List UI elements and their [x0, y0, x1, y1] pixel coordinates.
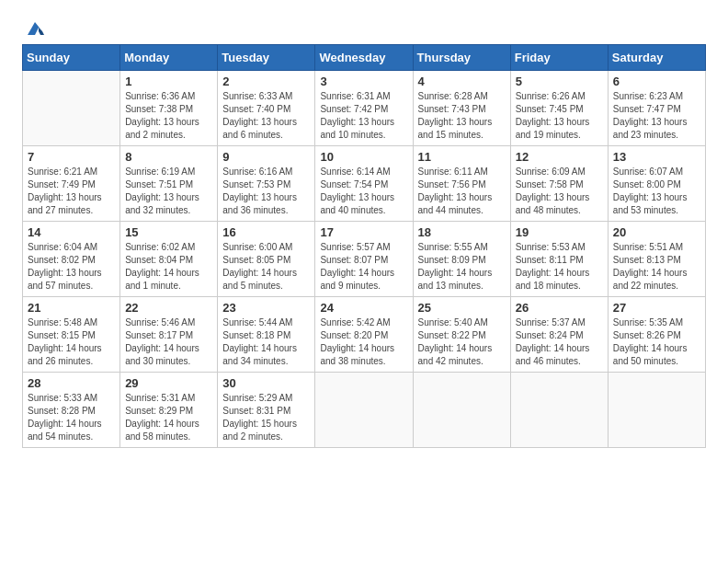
day-info: Sunrise: 6:36 AM Sunset: 7:38 PM Dayligh… [125, 90, 212, 142]
day-info: Sunrise: 6:33 AM Sunset: 7:40 PM Dayligh… [222, 90, 310, 142]
day-info: Sunrise: 5:40 AM Sunset: 8:22 PM Dayligh… [418, 316, 506, 368]
column-header-friday: Friday [510, 45, 608, 71]
day-info: Sunrise: 5:37 AM Sunset: 8:24 PM Dayligh… [516, 316, 603, 368]
calendar-cell: 14Sunrise: 6:04 AM Sunset: 8:02 PM Dayli… [23, 222, 120, 297]
calendar-week-1: 1Sunrise: 6:36 AM Sunset: 7:38 PM Daylig… [23, 71, 706, 146]
day-number: 29 [125, 376, 212, 390]
logo [22, 18, 46, 37]
day-info: Sunrise: 6:11 AM Sunset: 7:56 PM Dayligh… [418, 166, 506, 217]
day-info: Sunrise: 5:29 AM Sunset: 8:31 PM Dayligh… [222, 392, 310, 443]
calendar-header-row: SundayMondayTuesdayWednesdayThursdayFrid… [23, 45, 706, 71]
calendar-cell: 11Sunrise: 6:11 AM Sunset: 7:56 PM Dayli… [413, 146, 510, 222]
column-header-saturday: Saturday [608, 45, 705, 71]
day-number: 11 [418, 150, 506, 164]
day-info: Sunrise: 6:04 AM Sunset: 8:02 PM Dayligh… [28, 241, 115, 293]
calendar-cell: 29Sunrise: 5:31 AM Sunset: 8:29 PM Dayli… [120, 373, 218, 448]
calendar-cell: 9Sunrise: 6:16 AM Sunset: 7:53 PM Daylig… [218, 146, 315, 222]
calendar-cell: 1Sunrise: 6:36 AM Sunset: 7:38 PM Daylig… [120, 71, 218, 146]
day-number: 25 [418, 301, 506, 315]
day-number: 23 [222, 301, 310, 315]
calendar-cell: 6Sunrise: 6:23 AM Sunset: 7:47 PM Daylig… [608, 71, 705, 146]
calendar-cell [315, 373, 413, 448]
page-header [22, 18, 706, 37]
day-info: Sunrise: 6:23 AM Sunset: 7:47 PM Dayligh… [613, 90, 700, 142]
day-info: Sunrise: 6:14 AM Sunset: 7:54 PM Dayligh… [320, 166, 407, 217]
day-number: 15 [125, 225, 212, 239]
day-info: Sunrise: 6:31 AM Sunset: 7:42 PM Dayligh… [320, 90, 407, 142]
calendar-cell: 10Sunrise: 6:14 AM Sunset: 7:54 PM Dayli… [315, 146, 413, 222]
day-number: 20 [613, 225, 700, 239]
calendar-cell: 12Sunrise: 6:09 AM Sunset: 7:58 PM Dayli… [510, 146, 608, 222]
day-info: Sunrise: 5:46 AM Sunset: 8:17 PM Dayligh… [125, 316, 212, 368]
calendar-week-3: 14Sunrise: 6:04 AM Sunset: 8:02 PM Dayli… [23, 222, 706, 297]
day-number: 9 [222, 150, 310, 164]
day-info: Sunrise: 6:28 AM Sunset: 7:43 PM Dayligh… [418, 90, 506, 142]
day-info: Sunrise: 6:09 AM Sunset: 7:58 PM Dayligh… [516, 166, 603, 217]
calendar-cell: 30Sunrise: 5:29 AM Sunset: 8:31 PM Dayli… [218, 373, 315, 448]
day-info: Sunrise: 5:33 AM Sunset: 8:28 PM Dayligh… [28, 392, 115, 443]
day-number: 2 [222, 75, 310, 88]
svg-marker-1 [39, 28, 44, 35]
calendar-cell: 4Sunrise: 6:28 AM Sunset: 7:43 PM Daylig… [413, 71, 510, 146]
day-info: Sunrise: 5:35 AM Sunset: 8:26 PM Dayligh… [613, 316, 700, 368]
calendar-cell [413, 373, 510, 448]
day-number: 13 [613, 150, 700, 164]
day-info: Sunrise: 5:55 AM Sunset: 8:09 PM Dayligh… [418, 241, 506, 293]
day-info: Sunrise: 5:48 AM Sunset: 8:15 PM Dayligh… [28, 316, 115, 368]
calendar-cell: 22Sunrise: 5:46 AM Sunset: 8:17 PM Dayli… [120, 297, 218, 373]
day-number: 21 [28, 301, 115, 315]
calendar-cell [608, 373, 705, 448]
day-number: 12 [516, 150, 603, 164]
day-number: 8 [125, 150, 212, 164]
calendar-cell: 3Sunrise: 6:31 AM Sunset: 7:42 PM Daylig… [315, 71, 413, 146]
calendar-week-2: 7Sunrise: 6:21 AM Sunset: 7:49 PM Daylig… [23, 146, 706, 222]
day-number: 24 [320, 301, 407, 315]
column-header-thursday: Thursday [413, 45, 510, 71]
day-info: Sunrise: 6:26 AM Sunset: 7:45 PM Dayligh… [516, 90, 603, 142]
day-number: 19 [516, 225, 603, 239]
calendar-cell: 25Sunrise: 5:40 AM Sunset: 8:22 PM Dayli… [413, 297, 510, 373]
day-info: Sunrise: 6:19 AM Sunset: 7:51 PM Dayligh… [125, 166, 212, 217]
calendar-cell: 23Sunrise: 5:44 AM Sunset: 8:18 PM Dayli… [218, 297, 315, 373]
calendar-cell: 19Sunrise: 5:53 AM Sunset: 8:11 PM Dayli… [510, 222, 608, 297]
day-info: Sunrise: 5:57 AM Sunset: 8:07 PM Dayligh… [320, 241, 407, 293]
day-number: 4 [418, 75, 506, 88]
calendar-cell: 8Sunrise: 6:19 AM Sunset: 7:51 PM Daylig… [120, 146, 218, 222]
calendar-cell: 20Sunrise: 5:51 AM Sunset: 8:13 PM Dayli… [608, 222, 705, 297]
day-number: 27 [613, 301, 700, 315]
calendar-cell: 21Sunrise: 5:48 AM Sunset: 8:15 PM Dayli… [23, 297, 120, 373]
day-number: 3 [320, 75, 407, 88]
calendar-cell: 7Sunrise: 6:21 AM Sunset: 7:49 PM Daylig… [23, 146, 120, 222]
calendar-week-5: 28Sunrise: 5:33 AM Sunset: 8:28 PM Dayli… [23, 373, 706, 448]
calendar-cell [23, 71, 120, 146]
day-number: 22 [125, 301, 212, 315]
day-number: 14 [28, 225, 115, 239]
calendar-cell: 26Sunrise: 5:37 AM Sunset: 8:24 PM Dayli… [510, 297, 608, 373]
day-number: 16 [222, 225, 310, 239]
column-header-wednesday: Wednesday [315, 45, 413, 71]
day-number: 17 [320, 225, 407, 239]
calendar-cell: 24Sunrise: 5:42 AM Sunset: 8:20 PM Dayli… [315, 297, 413, 373]
day-info: Sunrise: 5:31 AM Sunset: 8:29 PM Dayligh… [125, 392, 212, 443]
calendar-cell: 5Sunrise: 6:26 AM Sunset: 7:45 PM Daylig… [510, 71, 608, 146]
calendar-cell: 27Sunrise: 5:35 AM Sunset: 8:26 PM Dayli… [608, 297, 705, 373]
day-info: Sunrise: 6:16 AM Sunset: 7:53 PM Dayligh… [222, 166, 310, 217]
calendar-week-4: 21Sunrise: 5:48 AM Sunset: 8:15 PM Dayli… [23, 297, 706, 373]
day-info: Sunrise: 5:42 AM Sunset: 8:20 PM Dayligh… [320, 316, 407, 368]
column-header-tuesday: Tuesday [218, 45, 315, 71]
day-number: 5 [516, 75, 603, 88]
calendar-cell: 28Sunrise: 5:33 AM Sunset: 8:28 PM Dayli… [23, 373, 120, 448]
column-header-sunday: Sunday [23, 45, 120, 71]
calendar-cell: 13Sunrise: 6:07 AM Sunset: 8:00 PM Dayli… [608, 146, 705, 222]
calendar-table: SundayMondayTuesdayWednesdayThursdayFrid… [22, 44, 706, 448]
day-info: Sunrise: 6:00 AM Sunset: 8:05 PM Dayligh… [222, 241, 310, 293]
calendar-cell: 15Sunrise: 6:02 AM Sunset: 8:04 PM Dayli… [120, 222, 218, 297]
day-info: Sunrise: 5:53 AM Sunset: 8:11 PM Dayligh… [516, 241, 603, 293]
calendar-cell: 2Sunrise: 6:33 AM Sunset: 7:40 PM Daylig… [218, 71, 315, 146]
day-number: 6 [613, 75, 700, 88]
calendar-cell: 16Sunrise: 6:00 AM Sunset: 8:05 PM Dayli… [218, 222, 315, 297]
day-number: 7 [28, 150, 115, 164]
day-number: 18 [418, 225, 506, 239]
day-info: Sunrise: 5:44 AM Sunset: 8:18 PM Dayligh… [222, 316, 310, 368]
day-info: Sunrise: 6:21 AM Sunset: 7:49 PM Dayligh… [28, 166, 115, 217]
